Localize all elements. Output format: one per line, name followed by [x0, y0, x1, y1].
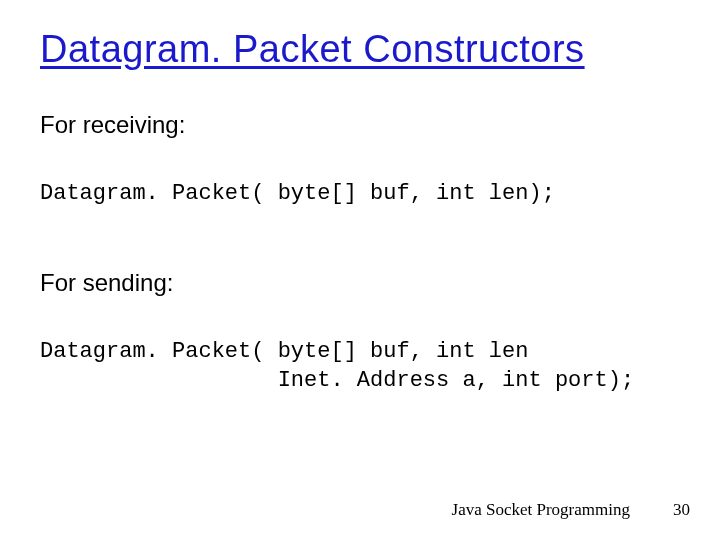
code-sending: Datagram. Packet( byte[] buf, int len In… — [40, 337, 680, 396]
code-receiving: Datagram. Packet( byte[] buf, int len); — [40, 179, 680, 209]
page-title: Datagram. Packet Constructors — [40, 28, 680, 71]
section-sending-label: For sending: — [40, 269, 680, 297]
section-receiving-label: For receiving: — [40, 111, 680, 139]
page-number: 30 — [673, 500, 690, 520]
footer-text: Java Socket Programming — [452, 500, 630, 520]
slide: Datagram. Packet Constructors For receiv… — [0, 0, 720, 540]
